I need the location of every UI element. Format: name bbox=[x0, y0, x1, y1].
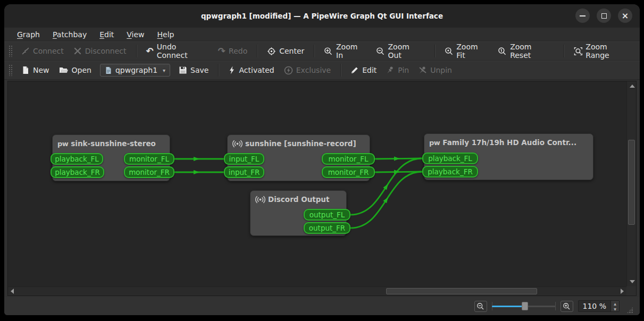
disconnect-icon bbox=[73, 47, 82, 55]
node-title: sink-sunshine-stereo bbox=[71, 139, 156, 148]
zoom-fit-button[interactable]: Zoom Fit bbox=[440, 40, 493, 62]
node-title: Family 17h/19h HD Audio Contr... bbox=[442, 138, 576, 147]
undo-connect-button[interactable]: ↶ Undo Connect bbox=[142, 40, 213, 62]
zoom-out-icon bbox=[376, 47, 385, 56]
zoom-spinbox[interactable]: 110 % ▲ ▼ bbox=[578, 300, 620, 312]
toolbar-separator bbox=[564, 45, 564, 57]
spinbox-steppers: ▲ ▼ bbox=[610, 301, 619, 311]
pin-button[interactable]: Pin bbox=[382, 63, 413, 77]
maximize-icon bbox=[601, 13, 607, 19]
minimize-button[interactable] bbox=[575, 9, 590, 23]
activated-button[interactable]: Activated bbox=[224, 63, 278, 77]
port-sink-monitor_FR[interactable]: monitor_FR bbox=[124, 166, 174, 178]
toolbar-separator bbox=[218, 64, 219, 77]
port-sunshine-monitor_FL[interactable]: monitor_FL bbox=[322, 153, 375, 165]
patchbay-profile-value: qpwgraph1 bbox=[115, 66, 157, 74]
zoom-slider[interactable] bbox=[492, 301, 556, 311]
zoom-fit-icon bbox=[445, 47, 454, 56]
edit-button[interactable]: Edit bbox=[346, 63, 381, 77]
exclusive-button[interactable]: Exclusive bbox=[280, 63, 335, 78]
pin-icon bbox=[386, 66, 395, 74]
menu-edit[interactable]: Edit bbox=[94, 29, 119, 40]
redo-icon: ↷ bbox=[218, 47, 225, 55]
disconnect-button[interactable]: Disconnect bbox=[69, 44, 131, 58]
stream-icon bbox=[232, 140, 242, 148]
pipewire-icon: pw bbox=[57, 140, 68, 148]
zoom-value: 110 % bbox=[579, 302, 610, 310]
toolbar-separator bbox=[257, 45, 257, 57]
new-button[interactable]: New bbox=[17, 63, 54, 77]
port-family-playback_FL[interactable]: playback_FL bbox=[422, 153, 478, 164]
toolbar-drag-handle[interactable] bbox=[9, 45, 13, 57]
connection-wires bbox=[8, 81, 626, 286]
port-discord-output_FL[interactable]: output_FL bbox=[304, 209, 350, 221]
edit-pencil-icon bbox=[350, 66, 359, 74]
port-sink-playback_FL[interactable]: playback_FL bbox=[51, 153, 103, 165]
zoom-out-icon bbox=[476, 302, 484, 310]
center-button[interactable]: Center bbox=[263, 44, 308, 58]
scroll-down-arrow[interactable] bbox=[630, 280, 635, 283]
node-title: sunshine [sunshine-record] bbox=[245, 139, 356, 148]
save-button[interactable]: Save bbox=[174, 63, 213, 77]
pipewire-icon: pw bbox=[429, 139, 440, 147]
exclusive-icon bbox=[284, 66, 293, 75]
scroll-left-arrow[interactable] bbox=[11, 289, 14, 294]
statusbar-zoom-in-button[interactable] bbox=[561, 301, 573, 312]
scroll-up-arrow[interactable] bbox=[630, 85, 635, 88]
graph-canvas[interactable]: pw sink-sunshine-stereo playback_FL play… bbox=[8, 81, 626, 286]
open-button[interactable]: Open bbox=[55, 63, 96, 77]
minimize-icon bbox=[580, 15, 586, 16]
stream-icon bbox=[255, 196, 265, 204]
menu-view[interactable]: View bbox=[121, 29, 149, 40]
maximize-button[interactable] bbox=[597, 9, 611, 23]
connect-button[interactable]: Connect bbox=[17, 44, 68, 58]
zoom-out-button[interactable]: Zoom Out bbox=[372, 40, 429, 62]
window-resize-grip[interactable] bbox=[626, 307, 633, 314]
zoom-reset-button[interactable]: Zoom Reset bbox=[494, 40, 558, 62]
horizontal-scroll-thumb[interactable] bbox=[386, 288, 537, 294]
open-folder-icon bbox=[59, 66, 69, 74]
titlebar[interactable]: qpwgraph1 [modified] — A PipeWire Graph … bbox=[4, 4, 640, 28]
app-window: qpwgraph1 [modified] — A PipeWire Graph … bbox=[4, 4, 640, 315]
save-icon bbox=[179, 66, 187, 74]
window-controls: × bbox=[575, 9, 632, 23]
zoom-range-icon bbox=[574, 47, 583, 56]
unpin-button[interactable]: Unpin bbox=[414, 63, 456, 77]
slider-handle[interactable] bbox=[522, 302, 528, 310]
vertical-scroll-thumb[interactable] bbox=[628, 140, 635, 225]
activated-bolt-icon bbox=[228, 66, 236, 74]
zoom-range-button[interactable]: Zoom Range bbox=[570, 40, 637, 62]
graph-toolbar: Connect Disconnect ↶ Undo Connect ↷ Redo… bbox=[4, 41, 640, 61]
connect-icon bbox=[21, 47, 30, 55]
new-file-icon bbox=[21, 66, 30, 74]
port-sunshine-monitor_FR[interactable]: monitor_FR bbox=[322, 166, 375, 178]
statusbar-zoom-out-button[interactable] bbox=[474, 301, 487, 312]
menu-graph[interactable]: Graph bbox=[12, 29, 45, 40]
scroll-right-arrow[interactable] bbox=[621, 289, 624, 294]
port-discord-output_FR[interactable]: output_FR bbox=[304, 222, 350, 234]
patchbay-profile-select[interactable]: qpwgraph1 ▾ bbox=[100, 64, 170, 77]
zoom-in-button[interactable]: Zoom In bbox=[320, 40, 371, 62]
port-sunshine-input_FR[interactable]: input_FR bbox=[224, 166, 264, 178]
chevron-down-icon: ▾ bbox=[163, 67, 165, 73]
toolbar-separator bbox=[434, 45, 435, 57]
horizontal-scrollbar[interactable] bbox=[8, 286, 626, 295]
center-icon bbox=[267, 47, 276, 56]
spin-up-button[interactable]: ▲ bbox=[611, 301, 619, 306]
toolbar-separator bbox=[340, 64, 341, 77]
vertical-scrollbar[interactable] bbox=[626, 81, 636, 286]
port-sunshine-input_FL[interactable]: input_FL bbox=[224, 153, 264, 165]
menu-help[interactable]: Help bbox=[152, 29, 180, 40]
port-family-playback_FR[interactable]: playback_FR bbox=[422, 166, 478, 178]
port-sink-monitor_FL[interactable]: monitor_FL bbox=[124, 153, 174, 165]
scrollbar-corner bbox=[626, 286, 636, 295]
slider-fill bbox=[492, 306, 525, 307]
menu-patchbay[interactable]: Patchbay bbox=[47, 29, 92, 40]
undo-icon: ↶ bbox=[146, 47, 154, 55]
toolbar-drag-handle[interactable] bbox=[9, 64, 13, 76]
redo-button[interactable]: ↷ Redo bbox=[214, 44, 252, 58]
spin-down-button[interactable]: ▼ bbox=[611, 306, 619, 311]
close-button[interactable]: × bbox=[618, 9, 632, 23]
window-title: qpwgraph1 [modified] — A PipeWire Graph … bbox=[201, 12, 443, 20]
port-sink-playback_FR[interactable]: playback_FR bbox=[51, 166, 104, 178]
